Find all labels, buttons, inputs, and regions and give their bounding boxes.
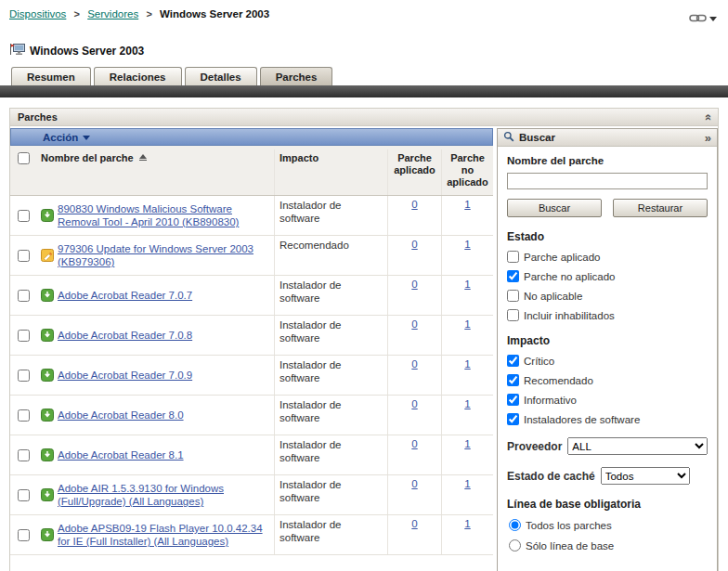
- search-panel-body: Nombre del parche Buscar Restaurar Estad…: [498, 147, 717, 571]
- patch-name-link[interactable]: Adobe Acrobat Reader 8.1: [58, 448, 184, 461]
- expand-panel-icon[interactable]: »: [705, 131, 711, 145]
- applied-count-link[interactable]: 0: [411, 398, 417, 409]
- row-checkbox[interactable]: [18, 449, 30, 461]
- row-checkbox[interactable]: [18, 370, 30, 382]
- recomendado-checkbox[interactable]: [507, 374, 519, 386]
- cache-select[interactable]: Todos: [601, 467, 690, 485]
- not-applied-count-link[interactable]: 1: [464, 279, 470, 290]
- not-applied-count-link[interactable]: 1: [464, 318, 470, 330]
- software-installer-patch-icon: [41, 528, 54, 541]
- filter-instaladores-software[interactable]: Instaladores de software: [507, 413, 708, 425]
- breadcrumb-link-servidores[interactable]: Servidores: [87, 8, 138, 19]
- software-installer-patch-icon: [41, 448, 54, 461]
- not-applied-count-link[interactable]: 1: [464, 478, 470, 489]
- parche-no-aplicado-checkbox[interactable]: [507, 270, 519, 282]
- patch-name-link[interactable]: 979306 Update for Windows Server 2003 (K…: [58, 242, 269, 268]
- patch-name-link[interactable]: Adobe AIR 1.5.3.9130 for Windows (Full/U…: [58, 482, 269, 508]
- search-button[interactable]: Buscar: [507, 199, 602, 217]
- filter-parche-aplicado[interactable]: Parche aplicado: [507, 251, 708, 263]
- patch-name-link[interactable]: Adobe Acrobat Reader 7.0.8: [58, 329, 192, 342]
- column-header-name-label: Nombre del parche: [41, 152, 134, 163]
- estado-section-label: Estado: [507, 230, 708, 243]
- tab-parches[interactable]: Parches: [260, 67, 333, 85]
- dropdown-arrow-icon[interactable]: [709, 17, 717, 21]
- select-all-checkbox[interactable]: [18, 152, 30, 164]
- not-applied-count-link[interactable]: 1: [464, 438, 470, 449]
- breadcrumb-link-dispositivos[interactable]: Dispositivos: [9, 8, 66, 19]
- incluir-inhabilitados-checkbox[interactable]: [507, 309, 519, 321]
- not-applied-count-link[interactable]: 1: [464, 199, 470, 210]
- no-aplicable-checkbox[interactable]: [507, 290, 519, 302]
- column-header-not-applied[interactable]: Parche no aplicado: [441, 149, 493, 195]
- search-panel: Buscar » Nombre del parche Buscar Restau…: [497, 128, 718, 571]
- patch-name-link[interactable]: Adobe Acrobat Reader 8.0: [58, 409, 184, 422]
- table-row: Adobe APSB09-19 Flash Player 10.0.42.34 …: [10, 515, 493, 555]
- proveedor-select[interactable]: ALL: [567, 437, 708, 455]
- checkbox-label: Incluir inhabilitados: [524, 310, 615, 321]
- patch-name-link[interactable]: Adobe Acrobat Reader 7.0.7: [58, 289, 192, 302]
- radio-label: Todos los parches: [526, 520, 612, 531]
- filter-recomendado[interactable]: Recomendado: [507, 374, 708, 386]
- parche-aplicado-checkbox[interactable]: [507, 251, 519, 263]
- instaladores-software-checkbox[interactable]: [507, 413, 519, 425]
- checkbox-label: Parche aplicado: [524, 252, 600, 263]
- filter-critico[interactable]: Crítico: [507, 355, 708, 367]
- filter-no-aplicable[interactable]: No aplicable: [507, 290, 708, 302]
- applied-count-link[interactable]: 0: [411, 438, 417, 449]
- column-header-impact[interactable]: Impacto: [274, 149, 387, 195]
- row-checkbox[interactable]: [18, 290, 30, 302]
- row-checkbox[interactable]: [18, 330, 30, 342]
- informativo-checkbox[interactable]: [507, 394, 519, 406]
- not-applied-count-link[interactable]: 1: [464, 358, 470, 370]
- sort-ascending-icon[interactable]: [139, 154, 147, 161]
- action-menu-button[interactable]: Acción: [10, 128, 493, 146]
- filter-informativo[interactable]: Informativo: [507, 394, 708, 406]
- page-title: Windows Server 2003: [30, 45, 144, 58]
- baseline-todos-option[interactable]: Todos los parches: [509, 519, 708, 531]
- not-applied-count-link[interactable]: 1: [464, 398, 470, 409]
- checkbox-label: Parche no aplicado: [524, 271, 615, 282]
- row-checkbox[interactable]: [18, 210, 30, 222]
- row-checkbox[interactable]: [18, 250, 30, 262]
- tab-resumen[interactable]: Resumen: [11, 67, 91, 85]
- proveedor-row: Proveedor ALL: [507, 437, 708, 455]
- applied-count-link[interactable]: 0: [411, 239, 417, 250]
- row-checkbox[interactable]: [18, 529, 30, 541]
- applied-count-link[interactable]: 0: [411, 318, 417, 330]
- not-applied-count-link[interactable]: 1: [464, 518, 470, 529]
- not-applied-count-link[interactable]: 1: [464, 239, 470, 250]
- breadcrumb: Dispositivos > Servidores > Windows Serv…: [9, 8, 269, 19]
- patch-name-input[interactable]: [507, 173, 708, 189]
- table-row: Adobe Acrobat Reader 7.0.7 Instalador de…: [10, 276, 493, 316]
- proveedor-label: Proveedor: [507, 440, 562, 453]
- applied-count-link[interactable]: 0: [411, 279, 417, 290]
- solo-linea-de-base-radio[interactable]: [509, 539, 521, 552]
- column-header-applied[interactable]: Parche aplicado: [387, 149, 441, 195]
- parches-panel-body: Acción Nombre del parche Impacto Parche …: [10, 126, 718, 571]
- applied-count-link[interactable]: 0: [411, 518, 417, 529]
- patch-name-link[interactable]: 890830 Windows Malicious Software Remova…: [58, 202, 269, 228]
- collapse-panel-icon[interactable]: »: [700, 113, 714, 120]
- applied-count-link[interactable]: 0: [411, 358, 417, 370]
- cache-row: Estado de caché Todos: [507, 467, 708, 485]
- applied-count-link[interactable]: 0: [411, 478, 417, 489]
- filter-parche-no-aplicado[interactable]: Parche no aplicado: [507, 270, 708, 282]
- row-checkbox[interactable]: [18, 409, 30, 422]
- column-header-name[interactable]: Nombre del parche: [36, 149, 274, 167]
- filter-incluir-inhabilitados[interactable]: Incluir inhabilitados: [507, 309, 708, 321]
- tab-detalles[interactable]: Detalles: [185, 67, 257, 85]
- todos-los-parches-radio[interactable]: [509, 519, 521, 531]
- patch-name-link[interactable]: Adobe Acrobat Reader 7.0.9: [58, 369, 192, 382]
- patch-name-link[interactable]: Adobe APSB09-19 Flash Player 10.0.42.34 …: [58, 522, 269, 548]
- critico-checkbox[interactable]: [507, 355, 519, 367]
- baseline-solo-option[interactable]: Sólo línea de base: [509, 539, 708, 552]
- reset-button[interactable]: Restaurar: [613, 199, 708, 217]
- checkbox-label: Informativo: [524, 395, 577, 406]
- impact-value: Instalador de software: [274, 196, 387, 235]
- applied-count-link[interactable]: 0: [411, 199, 417, 210]
- row-checkbox[interactable]: [18, 489, 30, 501]
- link-icon[interactable]: [689, 10, 707, 27]
- quick-link-menu[interactable]: [689, 10, 717, 27]
- tab-relaciones[interactable]: Relaciones: [94, 67, 182, 85]
- caret-down-icon: [83, 136, 90, 140]
